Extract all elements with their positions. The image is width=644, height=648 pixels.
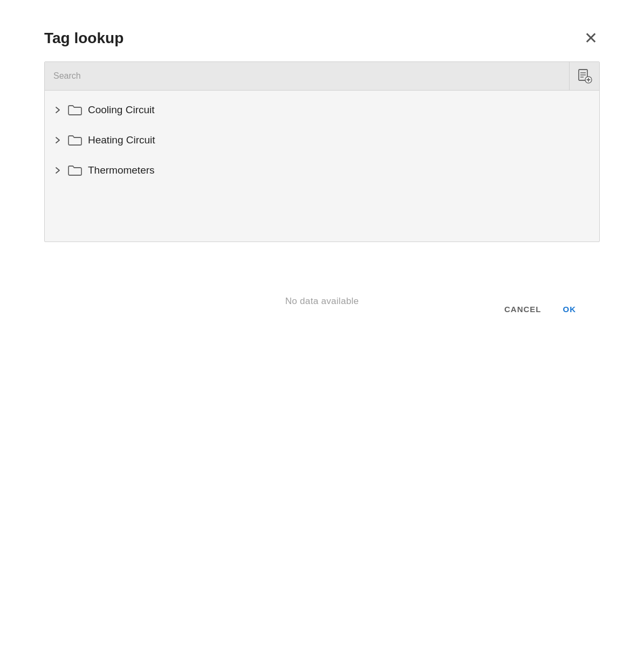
search-row bbox=[45, 62, 599, 91]
add-tag-icon bbox=[577, 68, 592, 84]
tree-container: Cooling Circuit Heating Circuit bbox=[44, 61, 600, 242]
chevron-right-icon bbox=[53, 106, 62, 114]
folder-icon bbox=[67, 163, 83, 178]
dialog-footer: CANCEL OK bbox=[498, 287, 583, 318]
dialog-title: Tag lookup bbox=[44, 30, 124, 47]
cancel-button[interactable]: CANCEL bbox=[498, 300, 548, 318]
close-button[interactable]: ✕ bbox=[582, 28, 600, 49]
ok-button[interactable]: OK bbox=[557, 300, 583, 318]
tree-item-thermometers[interactable]: Thermometers bbox=[45, 155, 599, 185]
chevron-right-icon bbox=[53, 136, 62, 144]
tree-items: Cooling Circuit Heating Circuit bbox=[45, 91, 599, 242]
tree-item-label: Heating Circuit bbox=[88, 134, 155, 146]
folder-icon bbox=[67, 102, 83, 118]
folder-icon bbox=[67, 133, 83, 148]
tree-item-heating-circuit[interactable]: Heating Circuit bbox=[45, 125, 599, 155]
tree-item-cooling-circuit[interactable]: Cooling Circuit bbox=[45, 95, 599, 125]
tree-item-label: Thermometers bbox=[88, 164, 155, 176]
add-tag-button[interactable] bbox=[569, 62, 599, 90]
chevron-right-icon bbox=[53, 166, 62, 175]
search-input[interactable] bbox=[45, 64, 569, 88]
content-area: Cooling Circuit Heating Circuit bbox=[44, 61, 600, 331]
close-icon: ✕ bbox=[584, 30, 598, 46]
tree-item-label: Cooling Circuit bbox=[88, 104, 155, 116]
dialog-header: Tag lookup ✕ bbox=[44, 28, 600, 49]
tag-lookup-dialog: Tag lookup ✕ bbox=[27, 11, 617, 344]
